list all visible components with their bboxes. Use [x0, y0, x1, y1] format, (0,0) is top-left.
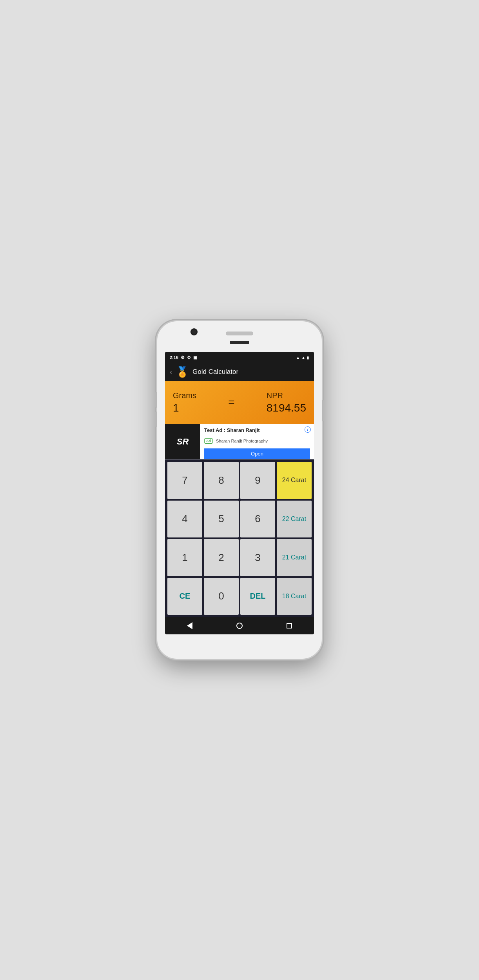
status-left: 2:16 ⚙ ⚙ ▣	[170, 355, 197, 360]
btn-7[interactable]: 7	[167, 462, 202, 499]
status-right: ▲ ▲ ▮	[296, 355, 309, 360]
ad-open-button[interactable]: Open	[204, 448, 310, 459]
btn-21-carat[interactable]: 21 Carat	[277, 539, 312, 576]
power-button[interactable]	[322, 400, 324, 421]
btn-3[interactable]: 3	[240, 539, 275, 576]
btn-0[interactable]: 0	[204, 578, 239, 615]
ad-subtitle: Sharan Ranjit Photography	[216, 439, 268, 443]
nav-recent-button[interactable]	[281, 618, 297, 634]
nav-home-button[interactable]	[232, 618, 247, 634]
btn-1[interactable]: 1	[167, 539, 202, 576]
btn-2[interactable]: 2	[204, 539, 239, 576]
app-bar: ‹ 🏅 Gold Calculator	[165, 363, 314, 381]
volume-down-button[interactable]	[155, 412, 157, 427]
phone-speaker	[226, 332, 253, 335]
calc-row-4: CE 0 DEL 18 Carat	[167, 578, 312, 615]
btn-5[interactable]: 5	[204, 501, 239, 538]
phone-earpiece	[230, 341, 249, 344]
calc-row-2: 4 5 6 22 Carat	[167, 501, 312, 538]
calculator-grid: 7 8 9 24 Carat 4 5 6 22 Carat 1 2 3 21 C…	[165, 459, 314, 617]
ad-content: Test Ad : Sharan Ranjit Ad Sharan Ranjit…	[200, 424, 314, 459]
btn-9[interactable]: 9	[240, 462, 275, 499]
display-right: NPR 8194.55	[267, 391, 306, 414]
ad-banner[interactable]: SR Test Ad : Sharan Ranjit Ad Sharan Ran…	[165, 424, 314, 459]
volume-up-button[interactable]	[155, 392, 157, 408]
grams-value: 1	[173, 402, 196, 414]
ad-badge-row: Ad Sharan Ranjit Photography	[204, 438, 310, 444]
calc-row-3: 1 2 3 21 Carat	[167, 539, 312, 576]
back-triangle-icon	[187, 622, 192, 629]
wifi-icon: ▲	[296, 355, 300, 360]
currency-label: NPR	[267, 391, 283, 400]
ad-logo: SR	[165, 424, 200, 459]
btn-8[interactable]: 8	[204, 462, 239, 499]
nav-bar	[165, 617, 314, 634]
btn-del[interactable]: DEL	[240, 578, 275, 615]
btn-24-carat[interactable]: 24 Carat	[277, 462, 312, 499]
ad-title: Test Ad : Sharan Ranjit	[204, 427, 310, 433]
recent-square-icon	[287, 623, 292, 628]
display-left: Grams 1	[173, 391, 196, 414]
status-time: 2:16	[170, 355, 178, 360]
sim-icon: ▣	[193, 355, 197, 360]
phone-camera	[191, 328, 198, 335]
nav-back-button[interactable]	[182, 618, 198, 634]
btn-22-carat[interactable]: 22 Carat	[277, 501, 312, 538]
calc-row-1: 7 8 9 24 Carat	[167, 462, 312, 499]
settings2-icon: ⚙	[187, 355, 191, 360]
battery-icon: ▮	[307, 355, 309, 360]
back-arrow-icon[interactable]: ‹	[170, 368, 172, 376]
btn-18-carat[interactable]: 18 Carat	[277, 578, 312, 615]
ad-info-icon[interactable]: i	[305, 426, 311, 433]
btn-6[interactable]: 6	[240, 501, 275, 538]
btn-ce[interactable]: CE	[167, 578, 202, 615]
btn-4[interactable]: 4	[167, 501, 202, 538]
app-icon: 🏅	[176, 366, 189, 378]
ad-logo-text: SR	[177, 437, 189, 447]
settings-icon: ⚙	[181, 355, 185, 360]
display-area: Grams 1 = NPR 8194.55	[165, 381, 314, 424]
equals-sign: =	[228, 396, 234, 409]
app-title: Gold Calculator	[192, 368, 238, 376]
ad-badge: Ad	[204, 438, 213, 444]
home-circle-icon	[236, 623, 243, 629]
phone-screen: 2:16 ⚙ ⚙ ▣ ▲ ▲ ▮ ‹ 🏅 Gold Calculator Gra	[165, 352, 314, 634]
status-bar: 2:16 ⚙ ⚙ ▣ ▲ ▲ ▮	[165, 352, 314, 363]
grams-label: Grams	[173, 391, 196, 400]
phone-frame: 2:16 ⚙ ⚙ ▣ ▲ ▲ ▮ ‹ 🏅 Gold Calculator Gra	[157, 321, 322, 659]
currency-value: 8194.55	[267, 402, 306, 414]
signal-icon: ▲	[301, 355, 305, 360]
